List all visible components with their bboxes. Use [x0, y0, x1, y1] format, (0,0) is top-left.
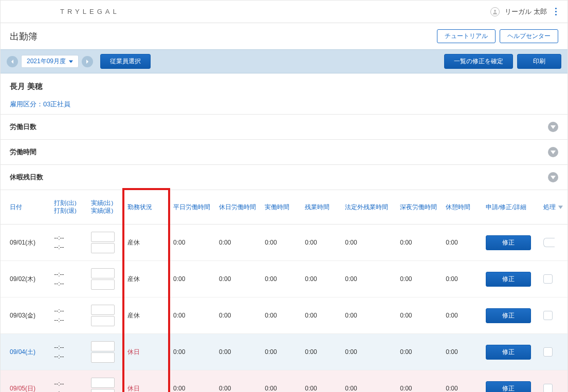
table-row: 09/03(金)--:----:--産休0:000:000:000:000:00…: [1, 297, 567, 334]
select-employee-button[interactable]: 従業員選択: [100, 54, 151, 69]
actual-out-input[interactable]: [91, 316, 115, 326]
avatar-icon: [490, 7, 500, 16]
accordion-work-hours[interactable]: 労働時間: [1, 139, 567, 164]
cell-edit: 修正: [484, 225, 541, 261]
employee-name: 長月 美穂: [10, 82, 558, 91]
cell-edit: 修正: [484, 370, 541, 393]
cell-date: 09/01(水): [1, 225, 52, 261]
cell-midnight: 0:00: [398, 297, 444, 334]
cell-midnight: 0:00: [398, 370, 444, 393]
cell-edit: 修正: [484, 261, 541, 297]
cell-date: 09/02(木): [1, 261, 52, 297]
th-date: 日付: [1, 190, 52, 225]
cell-overtime: 0:00: [303, 225, 343, 261]
cell-overtime: 0:00: [303, 297, 343, 334]
cell-legal-overtime: 0:00: [343, 261, 398, 297]
actual-out-input[interactable]: [91, 389, 115, 392]
cell-break: 0:00: [444, 334, 484, 370]
accordion-label: 労働日数: [10, 122, 36, 132]
chevron-down-icon: [548, 122, 558, 132]
cell-holiday-hours: 0:00: [217, 225, 263, 261]
user-name: リーガル 太郎: [505, 7, 547, 16]
cell-date: 09/04(土): [1, 334, 52, 370]
employee-info: 長月 美穂 雇用区分：03正社員: [1, 73, 567, 114]
th-stamp-in: 打刻(出): [54, 199, 86, 207]
edit-button[interactable]: 修正: [486, 235, 531, 250]
kebab-menu-button[interactable]: [552, 5, 559, 18]
actual-in-input[interactable]: [91, 305, 115, 315]
cell-stamp: --:----:--: [52, 297, 88, 334]
edit-button[interactable]: 修正: [486, 381, 531, 393]
th-actual-in: 実績(出): [91, 199, 123, 207]
cell-holiday-hours: 0:00: [217, 370, 263, 393]
th-proc-label: 処理: [543, 204, 556, 210]
cell-actual: [89, 334, 125, 370]
cell-stamp: --:----:--: [52, 261, 88, 297]
table-row: 09/02(木)--:----:--産休0:000:000:000:000:00…: [1, 261, 567, 297]
cell-holiday-hours: 0:00: [217, 261, 263, 297]
proc-checkbox[interactable]: [543, 384, 553, 392]
sort-icon[interactable]: [558, 204, 563, 210]
cell-actual-hours: 0:00: [263, 297, 303, 334]
cell-proc: [541, 261, 567, 297]
cell-weekday-hours: 0:00: [171, 225, 217, 261]
next-month-button[interactable]: [82, 56, 93, 67]
table-row: 09/05(日)--:----:--休日0:000:000:000:000:00…: [1, 370, 567, 393]
cell-actual-hours: 0:00: [263, 370, 303, 393]
cell-actual: [89, 370, 125, 393]
cell-actual: [89, 261, 125, 297]
svg-point-0: [494, 10, 496, 12]
print-button[interactable]: 印刷: [517, 54, 561, 69]
cell-stamp: --:----:--: [52, 334, 88, 370]
cell-midnight: 0:00: [398, 334, 444, 370]
confirm-edits-button[interactable]: 一覧の修正を確定: [444, 54, 513, 69]
actual-in-input[interactable]: [91, 378, 115, 388]
actual-out-input[interactable]: [91, 243, 115, 253]
cell-status: 休日: [125, 370, 171, 393]
help-center-button[interactable]: ヘルプセンター: [500, 29, 558, 43]
actual-in-input[interactable]: [91, 232, 115, 242]
th-holiday-hours: 休日労働時間: [217, 190, 263, 225]
th-status: 勤務状況: [125, 190, 171, 225]
actual-out-input[interactable]: [91, 279, 115, 290]
edit-button[interactable]: 修正: [486, 345, 531, 360]
table-row: 09/04(土)--:----:--休日0:000:000:000:000:00…: [1, 334, 567, 370]
cell-status: 産休: [125, 225, 171, 261]
cell-status: 産休: [125, 261, 171, 297]
prev-month-button[interactable]: [7, 56, 18, 67]
actual-in-input[interactable]: [91, 268, 115, 278]
cell-holiday-hours: 0:00: [217, 297, 263, 334]
edit-button[interactable]: 修正: [486, 308, 531, 323]
cell-legal-overtime: 0:00: [343, 370, 398, 393]
accordion-leave-remaining[interactable]: 休暇残日数: [1, 164, 567, 190]
cell-actual: [89, 225, 125, 261]
th-overtime: 残業時間: [303, 190, 343, 225]
edit-button[interactable]: 修正: [486, 272, 531, 287]
employee-classification: 雇用区分：03正社員: [10, 100, 558, 109]
proc-checkbox[interactable]: [543, 274, 553, 284]
tutorial-button[interactable]: チュートリアル: [437, 29, 496, 43]
month-selector[interactable]: 2021年09月度: [21, 55, 79, 68]
th-break: 休憩時間: [444, 190, 484, 225]
proc-checkbox[interactable]: [543, 238, 555, 247]
cell-stamp: --:----:--: [52, 225, 88, 261]
cell-actual-hours: 0:00: [263, 225, 303, 261]
cell-holiday-hours: 0:00: [217, 334, 263, 370]
proc-checkbox[interactable]: [543, 347, 553, 357]
cell-break: 0:00: [444, 261, 484, 297]
actual-in-input[interactable]: [91, 341, 115, 351]
cell-actual-hours: 0:00: [263, 334, 303, 370]
cell-weekday-hours: 0:00: [171, 370, 217, 393]
toolbar: 2021年09月度 従業員選択 一覧の修正を確定 印刷: [1, 49, 567, 73]
page-title-row: 出勤簿 チュートリアル ヘルプセンター: [1, 23, 567, 49]
cell-legal-overtime: 0:00: [343, 297, 398, 334]
actual-out-input[interactable]: [91, 352, 115, 363]
accordion-work-days[interactable]: 労働日数: [1, 114, 567, 139]
cell-proc: [541, 297, 567, 334]
cell-overtime: 0:00: [303, 334, 343, 370]
cell-weekday-hours: 0:00: [171, 297, 217, 334]
proc-checkbox[interactable]: [543, 311, 553, 320]
attendance-table-wrap: 日付 打刻(出) 打刻(退) 実績(出) 実績(退) 勤務状況 平日労働時間 休…: [1, 190, 567, 392]
table-row: 09/01(水)--:----:--産休0:000:000:000:000:00…: [1, 225, 567, 261]
brand-logo: TRYLEGAL: [9, 8, 120, 15]
